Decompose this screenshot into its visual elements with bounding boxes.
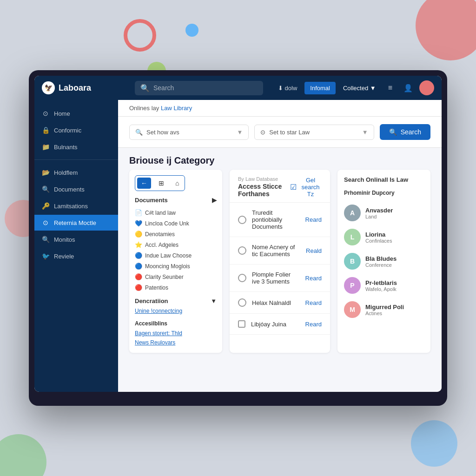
collected-button[interactable]: Collected ▼: [337, 82, 382, 94]
person-item-0[interactable]: A Anvasder Land: [344, 201, 424, 225]
top-search-area[interactable]: 🔍: [135, 81, 263, 95]
person-avatar-1: L: [344, 229, 361, 245]
lock-icon: 🔒: [42, 126, 49, 134]
doc-read-0[interactable]: Reard: [305, 216, 322, 223]
doc-name-4: Libjóay Juina: [251, 321, 300, 328]
category-panel: ← ⊞ ⌂ Documents ▶ 📄 C#t land law: [129, 170, 222, 353]
download-button[interactable]: ⬇ dolw: [272, 82, 303, 94]
people-panel-title: Search Onlinall ls Law: [344, 176, 424, 183]
checkbox-icon: ☑: [290, 183, 297, 192]
doc-radio-1[interactable]: [238, 246, 246, 255]
doc-name-0: Truredit pontiobially Documents: [252, 209, 300, 230]
people-panel: Search Onlinall ls Law Prhominir Dupcory…: [337, 170, 430, 353]
doc-read-4[interactable]: Reard: [305, 321, 322, 328]
cat-item-6[interactable]: 🔴 Clarity Seunber: [135, 271, 217, 282]
doc-checkbox-4[interactable]: [238, 320, 245, 328]
search-btn-icon: 🔍: [389, 128, 397, 136]
sidebar-item-reviele[interactable]: 🐦 Reviele: [34, 248, 118, 264]
bird-icon: 🐦: [42, 252, 49, 260]
cat-acc-title: Accesilblins: [135, 320, 217, 327]
filter-1[interactable]: 🔍 Set how avs ▼: [129, 125, 249, 140]
circle-icon: ⊙: [42, 219, 49, 226]
person-name-2: Bla Bludes: [365, 255, 424, 262]
person-item-2[interactable]: B Bla Bludes Conference: [344, 249, 424, 273]
person-item-3[interactable]: P Pr-letblaris Wafelo, Apolk: [344, 273, 424, 298]
section-title: Briouse ij Category: [118, 148, 442, 170]
browse-area: ← ⊞ ⌂ Documents ▶ 📄 C#t land law: [118, 170, 442, 360]
cat-item-4[interactable]: 🔵 Indue Law Choose: [135, 250, 217, 261]
people-sub-title: Prhominir Dupcory: [344, 190, 424, 196]
search3-icon: 🔍: [42, 236, 49, 243]
sidebar-item-home[interactable]: ⊙ Home: [34, 106, 118, 121]
sidebar-item-holdflem[interactable]: 📂 Holdflem: [34, 165, 118, 180]
avatar[interactable]: [419, 80, 434, 95]
person-name-3: Pr-letblaris: [365, 279, 424, 286]
sidebar-item-lamitsations[interactable]: 🔑 Lamitsations: [34, 198, 118, 214]
person-item-4[interactable]: M Migurred Poli Actines: [344, 298, 424, 322]
doc-radio-3[interactable]: [238, 298, 246, 307]
doc-radio-0[interactable]: [238, 216, 246, 224]
sidebar-divider-1: [34, 159, 118, 160]
sidebar-item-bulnants[interactable]: 📁 Bulnants: [34, 139, 118, 155]
doc-read-3[interactable]: Reard: [305, 299, 322, 306]
search-button[interactable]: 🔍 Search: [380, 124, 430, 140]
filter-2[interactable]: ⊙ Set to star Law ▼: [254, 125, 374, 140]
top-search-input[interactable]: [153, 84, 258, 92]
doc-name-3: Helax Nalnaldl: [252, 299, 300, 306]
cat-item-7[interactable]: 🔴 Patentios: [135, 282, 217, 293]
doc-row-2: Plomple Folier ive 3 5uments Reard: [230, 264, 330, 292]
sidebar-item-reternia[interactable]: ⊙ Reternia Moctle: [34, 215, 118, 231]
top-nav: 🦅 Laboara 🔍 ⬇ dolw Infomal Collected ▼ ≡…: [34, 76, 442, 100]
doc-read-2[interactable]: Reard: [305, 275, 322, 282]
sub-arrow-icon: ▼: [211, 298, 217, 304]
app-title: Laboara: [59, 83, 91, 93]
person-name-1: Liorina: [365, 231, 424, 238]
person-avatar-4: M: [344, 301, 361, 318]
user-button[interactable]: 👤: [399, 81, 417, 95]
sidebar: ⊙ Home 🔒 Conformic 📁 Bulnants 📂 Holdflem: [34, 100, 118, 392]
doc-row-4: Libjóay Juina Reard: [230, 314, 330, 335]
doc-name-2: Plomple Folier ive 3 5uments: [252, 271, 300, 285]
search-icon: 🔍: [140, 84, 150, 93]
cat-home-button[interactable]: ⌂: [172, 178, 183, 189]
filter1-icon: 🔍: [135, 129, 143, 136]
main-content: ⊙ Home 🔒 Conformic 📁 Bulnants 📂 Holdflem: [34, 100, 442, 392]
doc-read-1[interactable]: Reald: [306, 247, 322, 254]
chevron-down-icon-2: ▼: [362, 129, 368, 136]
cat-nav-icons: ← ⊞ ⌂: [135, 175, 185, 191]
doc-row-3: Helax Nalnaldl Reard: [230, 292, 330, 314]
cat-section-title: Documents ▶: [135, 197, 217, 204]
person-role-4: Actines: [365, 311, 424, 316]
logo-area: 🦅 Laboara: [42, 81, 126, 94]
filter2-text: Set to star Law: [269, 129, 310, 136]
cat-icon-1: 💙: [135, 220, 142, 227]
person-role-0: Land: [365, 214, 424, 219]
laptop-frame: 🦅 Laboara 🔍 ⬇ dolw Infomal Collected ▼ ≡…: [29, 70, 447, 406]
person-item-1[interactable]: L Liorina Confinlaces: [344, 225, 424, 249]
cat-icon-4: 🔵: [135, 252, 142, 259]
gel-search-button[interactable]: ☑ Gel search Tz: [290, 177, 322, 198]
cat-item-2[interactable]: 🟡 Denotamies: [135, 229, 217, 239]
person-avatar-3: P: [344, 277, 361, 294]
laptop-screen: 🦅 Laboara 🔍 ⬇ dolw Infomal Collected ▼ ≡…: [34, 76, 442, 392]
breadcrumb-link[interactable]: Law Library: [161, 105, 192, 112]
cat-item-0[interactable]: 📄 C#t land law: [135, 207, 217, 218]
cat-grid-button[interactable]: ⊞: [155, 178, 168, 189]
cat-item-5[interactable]: 🔵 Mooncing Moglois: [135, 261, 217, 271]
cat-icon-6: 🔴: [135, 273, 142, 280]
sidebar-item-documents[interactable]: 🔍 Documents: [34, 181, 118, 197]
cat-sub-link[interactable]: Unine !connectcing: [135, 306, 217, 316]
filter1-text: Set how avs: [146, 129, 179, 136]
sidebar-item-conformic[interactable]: 🔒 Conformic: [34, 122, 118, 138]
informal-button[interactable]: Infomal: [304, 82, 336, 94]
cat-acc-link-0[interactable]: Bagen storert: Thld: [135, 329, 217, 338]
menu-button[interactable]: ≡: [383, 81, 397, 95]
cat-item-1[interactable]: 💙 Lincloa Code Unk: [135, 218, 217, 229]
cat-sub-title[interactable]: Dencratiion ▼: [135, 298, 217, 304]
cat-item-3[interactable]: ⭐ Accl. Adgeles: [135, 239, 217, 250]
sidebar-item-monitos[interactable]: 🔍 Monitos: [34, 231, 118, 247]
doc-radio-2[interactable]: [238, 274, 246, 282]
cat-back-button[interactable]: ←: [137, 178, 151, 189]
cat-arrow-icon: ▶: [212, 197, 217, 204]
cat-acc-link-1[interactable]: News Reulovars: [135, 338, 217, 347]
